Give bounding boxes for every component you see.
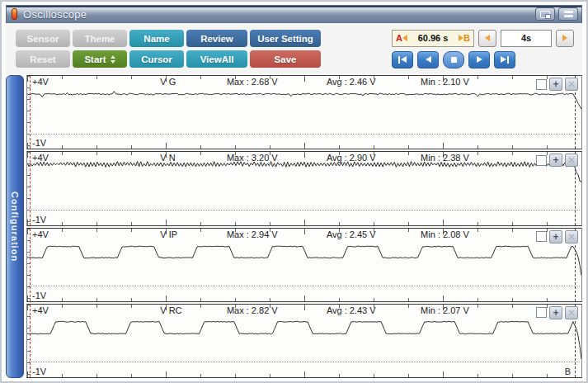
channel-max-value: Max : 3.20 V: [227, 153, 278, 163]
channel-select-checkbox[interactable]: [536, 155, 547, 166]
channel-vrc: +4V V RC Max : 2.82 V Avg : 2.43 V Min :…: [26, 304, 582, 378]
waveform-vip: [27, 229, 581, 301]
cursor-b-marker-label: B: [565, 366, 571, 376]
review-button[interactable]: Review: [186, 30, 247, 47]
play-button[interactable]: [468, 51, 490, 69]
window-title: Oscilloscope: [23, 8, 87, 21]
cursor-button[interactable]: Cursor: [129, 50, 184, 68]
restore-icon: [540, 11, 550, 18]
titlebar: Oscilloscope: [6, 5, 582, 23]
start-button[interactable]: Start: [73, 50, 127, 68]
triangle-left-icon: [401, 56, 407, 63]
channel-avg-value: Avg : 2.90 V: [327, 153, 376, 163]
channel-name: V RC: [160, 305, 181, 315]
bar-icon: [507, 56, 510, 64]
cursor-b-label: B: [463, 33, 470, 43]
channel-top-volt-label: +4V: [32, 229, 49, 239]
channel-min-value: Min : 2.10 V: [421, 77, 469, 87]
channel-vn: +4V V N Max : 3.20 V Avg : 2.90 V Min : …: [26, 151, 582, 225]
channel-min-value: Min : 2.38 V: [421, 153, 469, 163]
zero-gridline: [29, 362, 580, 362]
channel-avg-value: Avg : 2.46 V: [327, 77, 376, 87]
channel-vip: +4V V IP Max : 2.94 V Avg : 2.45 V Min :…: [26, 228, 582, 302]
skip-end-button[interactable]: [494, 51, 515, 69]
toolbar: Sensor Theme Name Review User Setting Re…: [6, 23, 582, 74]
channel-min-value: Min : 2.08 V: [421, 229, 469, 239]
channel-zoom-in-button[interactable]: +: [549, 306, 562, 319]
ab-range-display[interactable]: A 60.96 s B: [392, 30, 474, 47]
zero-gridline: [29, 210, 580, 210]
channel-close-button[interactable]: ✕: [565, 230, 578, 244]
configuration-tab[interactable]: Configuration: [6, 75, 24, 378]
channel-top-volt-label: +4V: [32, 77, 49, 87]
triangle-right-icon: [501, 56, 506, 63]
stop-button[interactable]: [443, 51, 464, 69]
waveform-vg: [27, 76, 581, 149]
channel-max-value: Max : 2.82 V: [227, 305, 278, 315]
save-button[interactable]: Save: [250, 50, 321, 68]
cursor-a-line[interactable]: [30, 76, 31, 149]
left-arrow-icon: [485, 35, 490, 41]
channel-min-value: Min : 2.07 V: [421, 305, 469, 315]
channel-avg-value: Avg : 2.45 V: [327, 229, 376, 239]
channel-close-button[interactable]: ✕: [565, 154, 578, 167]
waveform-vn: [27, 152, 581, 225]
timebase-increase-button[interactable]: [556, 30, 574, 47]
cursor-a-line[interactable]: [30, 229, 31, 301]
channel-bottom-volt-label: -1V: [32, 291, 46, 300]
channel-select-checkbox[interactable]: [536, 79, 547, 90]
triangle-right-icon: [477, 56, 482, 63]
toolbar-buttons: Sensor Theme Name Review User Setting Re…: [16, 30, 321, 68]
bar-icon: [398, 56, 401, 64]
channel-name: V G: [160, 77, 176, 87]
channel-bottom-volt-label: -1V: [32, 215, 46, 225]
restore-window-button[interactable]: [535, 7, 555, 21]
skip-start-button[interactable]: [392, 51, 413, 69]
triangle-left-icon: [426, 56, 431, 63]
stop-icon: [451, 57, 457, 63]
right-arrow-icon: [562, 35, 567, 41]
timebase-decrease-button[interactable]: [478, 30, 496, 47]
channel-top-volt-label: +4V: [32, 305, 49, 315]
timebase-value[interactable]: 4s: [501, 30, 552, 47]
viewall-button[interactable]: ViewAll: [186, 50, 247, 68]
channel-zoom-in-button[interactable]: +: [549, 230, 562, 244]
channel-top-volt-label: +4V: [32, 153, 49, 163]
channel-avg-value: Avg : 2.43 V: [327, 305, 376, 315]
start-stepper-icon: [111, 55, 115, 64]
minimize-window-button[interactable]: [558, 7, 578, 21]
channel-name: V IP: [160, 229, 177, 239]
waveform-vrc: [27, 305, 581, 377]
step-back-button[interactable]: [417, 51, 439, 69]
channel-max-value: Max : 2.94 V: [227, 229, 278, 239]
app-icon: [12, 8, 17, 20]
start-button-label: Start: [84, 54, 106, 64]
channel-bottom-volt-label: -1V: [32, 366, 46, 376]
channel-close-button[interactable]: ✕: [565, 78, 578, 91]
channel-close-button[interactable]: ✕: [565, 306, 578, 319]
user-setting-button[interactable]: User Setting: [250, 30, 321, 47]
configuration-tab-label: Configuration: [10, 192, 20, 262]
channel-stack: +4V V G Max : 2.68 V Avg : 2.46 V Min : …: [26, 75, 582, 378]
channel-zoom-in-button[interactable]: +: [549, 78, 562, 91]
channel-vg: +4V V G Max : 2.68 V Avg : 2.46 V Min : …: [26, 75, 582, 149]
minimize-icon: [564, 11, 573, 17]
ab-range-value: 60.96 s: [407, 33, 459, 43]
cursor-a-line[interactable]: [30, 305, 31, 377]
sensor-button[interactable]: Sensor: [16, 30, 70, 47]
zero-gridline: [29, 134, 580, 135]
channel-max-value: Max : 2.68 V: [227, 77, 278, 87]
channel-bottom-volt-label: -1V: [32, 138, 46, 148]
name-button[interactable]: Name: [129, 30, 184, 47]
channel-name: V N: [160, 153, 175, 163]
cursor-a-line[interactable]: [30, 152, 31, 225]
cursor-a-label: A: [396, 33, 402, 43]
scope-area: Configuration +4V V G Max : 2.68 V Avg :…: [6, 74, 582, 378]
reset-button[interactable]: Reset: [16, 50, 70, 68]
channel-select-checkbox[interactable]: [536, 307, 547, 318]
oscilloscope-window: Oscilloscope Sensor Theme Name Review Us…: [0, 0, 588, 383]
channel-zoom-in-button[interactable]: +: [549, 154, 562, 167]
transport-controls: A 60.96 s B 4s: [392, 30, 574, 69]
theme-button[interactable]: Theme: [73, 30, 127, 47]
channel-select-checkbox[interactable]: [536, 231, 547, 242]
